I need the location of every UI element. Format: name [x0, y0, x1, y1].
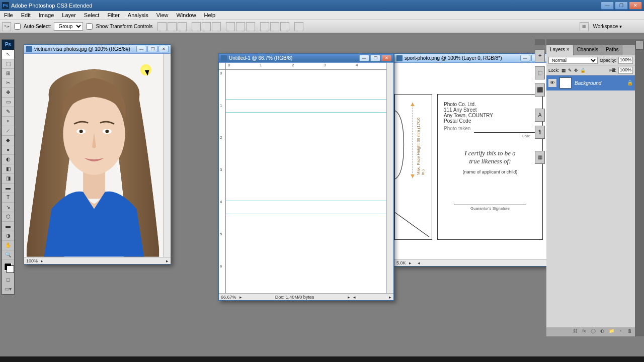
tool-brush[interactable]: ⌖ — [2, 117, 14, 126]
status-arrow-icon[interactable]: ▸ — [409, 260, 412, 265]
status-arrow-icon[interactable]: ▸ — [41, 258, 43, 263]
move-tool-icon[interactable]: ↖▸ — [2, 22, 11, 31]
lock-all-icon[interactable]: 🔒 — [580, 68, 586, 73]
dock-icon[interactable] — [635, 41, 643, 50]
menu-select[interactable]: Select — [80, 11, 104, 20]
ruler-vertical[interactable]: 0 1 2 3 4 5 6 — [219, 70, 226, 293]
hscroll-left-icon[interactable]: ◂ — [418, 260, 420, 265]
distribute-icon[interactable] — [226, 22, 235, 31]
color-swatch[interactable] — [2, 262, 14, 275]
doc-maximize-button[interactable]: ❐ — [147, 46, 157, 52]
panel-icon[interactable]: ✦ — [535, 49, 545, 62]
document-window-untitled[interactable]: Untitled-1 @ 66.7% (RGB/8) — ❐ ✕ 0 1 2 3… — [218, 53, 394, 301]
fx-icon[interactable]: fx — [581, 328, 588, 335]
lock-pos-icon[interactable]: ✥ — [574, 68, 578, 73]
link-icon[interactable]: ⛓ — [572, 328, 579, 335]
panel-icon[interactable]: ▦ — [535, 151, 545, 164]
align-icon[interactable] — [168, 22, 177, 31]
tool-type[interactable]: T — [2, 193, 14, 203]
distribute-icon[interactable] — [260, 22, 269, 31]
zoom-value[interactable]: 66.67% — [221, 295, 236, 300]
tool-move[interactable]: ↖ — [2, 50, 14, 59]
menu-window[interactable]: Window — [172, 11, 200, 20]
menu-layer[interactable]: Layer — [58, 11, 80, 20]
document-window-sport-photo[interactable]: sport-photo.png @ 100% (Layer 0, RGB/8*)… — [394, 53, 555, 266]
auto-select-checkbox[interactable] — [14, 23, 21, 30]
status-arrow-icon[interactable]: ▸ — [348, 295, 350, 300]
guide-line[interactable] — [226, 201, 386, 201]
doc-minimize-button[interactable]: — — [136, 46, 146, 52]
layer-name[interactable]: Background — [575, 80, 601, 86]
mask-icon[interactable]: ◯ — [590, 328, 597, 335]
tool-slice[interactable]: ▭ — [2, 98, 14, 107]
status-arrow-icon[interactable]: ▸ — [239, 295, 242, 300]
menu-image[interactable]: Image — [35, 11, 58, 20]
guide-line[interactable] — [226, 99, 386, 100]
layer-row[interactable]: 👁 Background 🔒 — [546, 75, 635, 90]
doc-minimize-button[interactable]: — — [520, 55, 530, 61]
new-layer-icon[interactable]: ▫ — [617, 328, 624, 335]
tool-wand[interactable]: ✂ — [2, 78, 14, 88]
auto-select-dropdown[interactable]: Group — [54, 22, 83, 31]
menu-analysis[interactable]: Analysis — [124, 11, 152, 20]
align-icon[interactable] — [202, 22, 211, 31]
doc-close-button[interactable]: ✕ — [158, 46, 169, 52]
panel-icon[interactable]: A — [535, 109, 545, 122]
hscroll-right-icon[interactable]: ▸ — [166, 258, 169, 263]
tool-crop[interactable]: ✥ — [2, 88, 14, 98]
panel-icon[interactable]: ⬚ — [535, 66, 545, 79]
align-icon[interactable] — [192, 22, 201, 31]
menu-edit[interactable]: Edit — [17, 11, 35, 20]
lock-pixels-icon[interactable]: ✎ — [568, 68, 572, 73]
doc-maximize-button[interactable]: ❐ — [370, 55, 380, 61]
fill-field[interactable]: 100% — [618, 67, 633, 74]
tool-gradient[interactable]: ◐ — [2, 155, 14, 164]
auto-align-icon[interactable] — [294, 22, 303, 31]
doc-minimize-button[interactable]: — — [359, 55, 369, 61]
align-icon[interactable] — [178, 22, 187, 31]
document-window-vietnam[interactable]: vietnam visa photos.jpg @ 100% (RGB/8#) … — [24, 44, 171, 264]
folder-icon[interactable]: 📁 — [608, 328, 615, 335]
adjustment-icon[interactable]: ◐ — [599, 328, 606, 335]
tool-marquee[interactable]: ⬚ — [2, 59, 14, 69]
tool-blur[interactable]: ◧ — [2, 164, 14, 174]
zoom-value[interactable]: 100% — [26, 258, 38, 263]
screenmode-icon[interactable]: ▭▾ — [2, 285, 14, 294]
tool-lasso[interactable]: ⊞ — [2, 69, 14, 78]
tool-hand[interactable]: ✋ — [2, 241, 14, 250]
tool-notes[interactable]: ▬ — [2, 222, 14, 231]
tool-dodge[interactable]: ◨ — [2, 174, 14, 184]
menu-file[interactable]: File — [0, 11, 17, 20]
vertical-scrollbar[interactable] — [386, 63, 393, 293]
lock-trans-icon[interactable]: ▦ — [561, 68, 566, 73]
trash-icon[interactable]: 🗑 — [626, 328, 633, 335]
guide-line[interactable] — [226, 112, 386, 113]
panel-icon[interactable]: ¶ — [535, 126, 545, 139]
tab-layers[interactable]: Layers × — [546, 45, 574, 55]
tab-channels[interactable]: Channels — [574, 45, 602, 55]
hscroll-right-icon[interactable]: ▸ — [389, 295, 391, 300]
tool-eraser[interactable]: ● — [2, 145, 14, 155]
align-icon[interactable] — [212, 22, 221, 31]
tool-eyedropper[interactable]: ◑ — [2, 231, 14, 241]
align-icon[interactable] — [157, 22, 167, 31]
vertical-scrollbar[interactable] — [164, 54, 171, 257]
minimize-button[interactable]: — — [601, 2, 614, 10]
blend-mode-dropdown[interactable]: Normal — [548, 57, 598, 64]
panel-icon[interactable]: ⬛ — [535, 83, 545, 97]
tool-zoom[interactable]: 🔍 — [2, 250, 14, 260]
tab-paths[interactable]: Paths — [602, 45, 623, 55]
layer-thumb[interactable] — [559, 77, 572, 88]
ruler-horizontal[interactable]: 0 1 2 3 4 — [226, 63, 386, 70]
guide-line[interactable] — [226, 214, 386, 214]
tool-shape[interactable]: ⬡ — [2, 212, 14, 222]
canvas[interactable] — [226, 70, 386, 293]
workspace-menu[interactable]: Workspace ▾ — [593, 24, 622, 29]
go-bridge-icon[interactable]: ▦ — [580, 22, 589, 31]
quickmask-icon[interactable]: ◻ — [2, 275, 14, 285]
opacity-field[interactable]: 100% — [618, 57, 633, 64]
tool-stamp[interactable]: ⟋ — [2, 126, 14, 136]
maximize-button[interactable]: ❐ — [615, 2, 628, 10]
menu-view[interactable]: View — [152, 11, 173, 20]
hscroll-left-icon[interactable]: ◂ — [353, 295, 356, 300]
